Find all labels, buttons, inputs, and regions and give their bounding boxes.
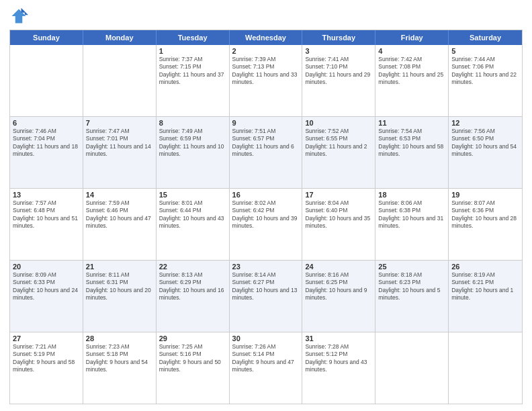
day-number: 16: [232, 191, 300, 199]
cal-cell-w1d6: 12Sunrise: 7:56 AM Sunset: 6:50 PM Dayli…: [449, 117, 522, 188]
day-number: 7: [86, 119, 153, 127]
cell-info: Sunrise: 8:02 AM Sunset: 6:42 PM Dayligh…: [232, 199, 300, 230]
week-row-3: 20Sunrise: 8:09 AM Sunset: 6:33 PM Dayli…: [10, 261, 522, 332]
day-number: 9: [232, 119, 300, 127]
calendar: SundayMondayTuesdayWednesdayThursdayFrid…: [9, 30, 523, 404]
header-day-monday: Monday: [83, 30, 157, 45]
cal-cell-w3d2: 22Sunrise: 8:13 AM Sunset: 6:29 PM Dayli…: [157, 261, 230, 332]
cal-cell-w2d2: 15Sunrise: 8:01 AM Sunset: 6:44 PM Dayli…: [157, 189, 230, 260]
day-number: 5: [451, 47, 519, 55]
day-number: 4: [378, 47, 445, 55]
cal-cell-w0d4: 3Sunrise: 7:41 AM Sunset: 7:10 PM Daylig…: [302, 45, 375, 116]
day-number: 19: [451, 191, 519, 199]
day-number: 10: [305, 119, 372, 127]
cell-info: Sunrise: 8:16 AM Sunset: 6:25 PM Dayligh…: [305, 271, 372, 302]
cal-cell-w3d5: 25Sunrise: 8:18 AM Sunset: 6:23 PM Dayli…: [375, 261, 449, 332]
cal-cell-w3d3: 23Sunrise: 8:14 AM Sunset: 6:27 PM Dayli…: [230, 261, 303, 332]
cal-cell-w0d1: [83, 45, 157, 116]
cal-cell-w4d1: 28Sunrise: 7:23 AM Sunset: 5:18 PM Dayli…: [83, 332, 157, 404]
day-number: 14: [86, 191, 153, 199]
cal-cell-w2d0: 13Sunrise: 7:57 AM Sunset: 6:48 PM Dayli…: [10, 189, 83, 260]
cal-cell-w1d0: 6Sunrise: 7:46 AM Sunset: 7:04 PM Daylig…: [10, 117, 83, 188]
cell-info: Sunrise: 7:44 AM Sunset: 7:06 PM Dayligh…: [451, 56, 519, 87]
cell-info: Sunrise: 8:14 AM Sunset: 6:27 PM Dayligh…: [232, 271, 300, 302]
day-number: 23: [232, 263, 300, 271]
cal-cell-w1d1: 7Sunrise: 7:47 AM Sunset: 7:01 PM Daylig…: [83, 117, 157, 188]
week-row-2: 13Sunrise: 7:57 AM Sunset: 6:48 PM Dayli…: [10, 189, 522, 261]
cal-cell-w3d0: 20Sunrise: 8:09 AM Sunset: 6:33 PM Dayli…: [10, 261, 83, 332]
cell-info: Sunrise: 7:25 AM Sunset: 5:16 PM Dayligh…: [159, 343, 226, 374]
cell-info: Sunrise: 7:37 AM Sunset: 7:15 PM Dayligh…: [159, 56, 226, 87]
cell-info: Sunrise: 7:41 AM Sunset: 7:10 PM Dayligh…: [305, 56, 372, 87]
cell-info: Sunrise: 8:13 AM Sunset: 6:29 PM Dayligh…: [159, 271, 226, 302]
logo: [9, 7, 31, 26]
day-number: 27: [13, 334, 80, 342]
day-number: 17: [305, 191, 372, 199]
logo-icon: [9, 7, 28, 26]
day-number: 13: [13, 191, 80, 199]
cal-cell-w1d2: 8Sunrise: 7:49 AM Sunset: 6:59 PM Daylig…: [157, 117, 230, 188]
cal-cell-w2d1: 14Sunrise: 7:59 AM Sunset: 6:46 PM Dayli…: [83, 189, 157, 260]
cal-cell-w0d2: 1Sunrise: 7:37 AM Sunset: 7:15 PM Daylig…: [157, 45, 230, 116]
header-day-friday: Friday: [375, 30, 449, 45]
cal-cell-w2d6: 19Sunrise: 8:07 AM Sunset: 6:36 PM Dayli…: [449, 189, 522, 260]
cell-info: Sunrise: 7:26 AM Sunset: 5:14 PM Dayligh…: [232, 343, 300, 374]
day-number: 18: [378, 191, 445, 199]
cell-info: Sunrise: 7:49 AM Sunset: 6:59 PM Dayligh…: [159, 128, 226, 158]
day-number: 8: [159, 119, 226, 127]
cell-info: Sunrise: 8:18 AM Sunset: 6:23 PM Dayligh…: [378, 271, 445, 302]
calendar-header: SundayMondayTuesdayWednesdayThursdayFrid…: [10, 30, 522, 45]
cell-info: Sunrise: 7:51 AM Sunset: 6:57 PM Dayligh…: [232, 128, 300, 158]
cell-info: Sunrise: 7:54 AM Sunset: 6:53 PM Dayligh…: [378, 128, 445, 158]
cal-cell-w1d5: 11Sunrise: 7:54 AM Sunset: 6:53 PM Dayli…: [375, 117, 449, 188]
cell-info: Sunrise: 8:09 AM Sunset: 6:33 PM Dayligh…: [13, 271, 80, 302]
calendar-body: 1Sunrise: 7:37 AM Sunset: 7:15 PM Daylig…: [10, 45, 522, 404]
cell-info: Sunrise: 7:23 AM Sunset: 5:18 PM Dayligh…: [86, 343, 153, 374]
cell-info: Sunrise: 7:46 AM Sunset: 7:04 PM Dayligh…: [13, 128, 80, 158]
day-number: 12: [451, 119, 519, 127]
day-number: 2: [232, 47, 300, 55]
day-number: 3: [305, 47, 372, 55]
week-row-4: 27Sunrise: 7:21 AM Sunset: 5:19 PM Dayli…: [10, 332, 522, 404]
cell-info: Sunrise: 8:07 AM Sunset: 6:36 PM Dayligh…: [451, 199, 519, 230]
header: [9, 7, 523, 26]
cal-cell-w3d4: 24Sunrise: 8:16 AM Sunset: 6:25 PM Dayli…: [302, 261, 375, 332]
header-day-tuesday: Tuesday: [157, 30, 230, 45]
day-number: 24: [305, 263, 372, 271]
day-number: 6: [13, 119, 80, 127]
cal-cell-w0d5: 4Sunrise: 7:42 AM Sunset: 7:08 PM Daylig…: [375, 45, 449, 116]
cal-cell-w4d3: 30Sunrise: 7:26 AM Sunset: 5:14 PM Dayli…: [230, 332, 303, 404]
cell-info: Sunrise: 7:57 AM Sunset: 6:48 PM Dayligh…: [13, 199, 80, 230]
week-row-0: 1Sunrise: 7:37 AM Sunset: 7:15 PM Daylig…: [10, 45, 522, 117]
day-number: 20: [13, 263, 80, 271]
cal-cell-w4d2: 29Sunrise: 7:25 AM Sunset: 5:16 PM Dayli…: [157, 332, 230, 404]
cell-info: Sunrise: 7:56 AM Sunset: 6:50 PM Dayligh…: [451, 128, 519, 158]
cell-info: Sunrise: 7:28 AM Sunset: 5:12 PM Dayligh…: [305, 343, 372, 374]
day-number: 1: [159, 47, 226, 55]
cal-cell-w4d4: 31Sunrise: 7:28 AM Sunset: 5:12 PM Dayli…: [302, 332, 375, 404]
cal-cell-w2d4: 17Sunrise: 8:04 AM Sunset: 6:40 PM Dayli…: [302, 189, 375, 260]
day-number: 31: [305, 334, 372, 342]
header-day-saturday: Saturday: [449, 30, 522, 45]
cal-cell-w4d0: 27Sunrise: 7:21 AM Sunset: 5:19 PM Dayli…: [10, 332, 83, 404]
cell-info: Sunrise: 8:19 AM Sunset: 6:21 PM Dayligh…: [451, 271, 519, 302]
cell-info: Sunrise: 7:42 AM Sunset: 7:08 PM Dayligh…: [378, 56, 445, 87]
cell-info: Sunrise: 8:06 AM Sunset: 6:38 PM Dayligh…: [378, 199, 445, 230]
cell-info: Sunrise: 7:39 AM Sunset: 7:13 PM Dayligh…: [232, 56, 300, 87]
header-day-wednesday: Wednesday: [230, 30, 303, 45]
day-number: 29: [159, 334, 226, 342]
page: SundayMondayTuesdayWednesdayThursdayFrid…: [0, 0, 532, 411]
day-number: 21: [86, 263, 153, 271]
day-number: 30: [232, 334, 300, 342]
day-number: 28: [86, 334, 153, 342]
cell-info: Sunrise: 8:04 AM Sunset: 6:40 PM Dayligh…: [305, 199, 372, 230]
cal-cell-w4d6: [449, 332, 522, 404]
cal-cell-w3d6: 26Sunrise: 8:19 AM Sunset: 6:21 PM Dayli…: [449, 261, 522, 332]
day-number: 22: [159, 263, 226, 271]
week-row-1: 6Sunrise: 7:46 AM Sunset: 7:04 PM Daylig…: [10, 117, 522, 189]
cal-cell-w3d1: 21Sunrise: 8:11 AM Sunset: 6:31 PM Dayli…: [83, 261, 157, 332]
cell-info: Sunrise: 7:47 AM Sunset: 7:01 PM Dayligh…: [86, 128, 153, 158]
cal-cell-w0d6: 5Sunrise: 7:44 AM Sunset: 7:06 PM Daylig…: [449, 45, 522, 116]
cal-cell-w4d5: [375, 332, 449, 404]
day-number: 15: [159, 191, 226, 199]
